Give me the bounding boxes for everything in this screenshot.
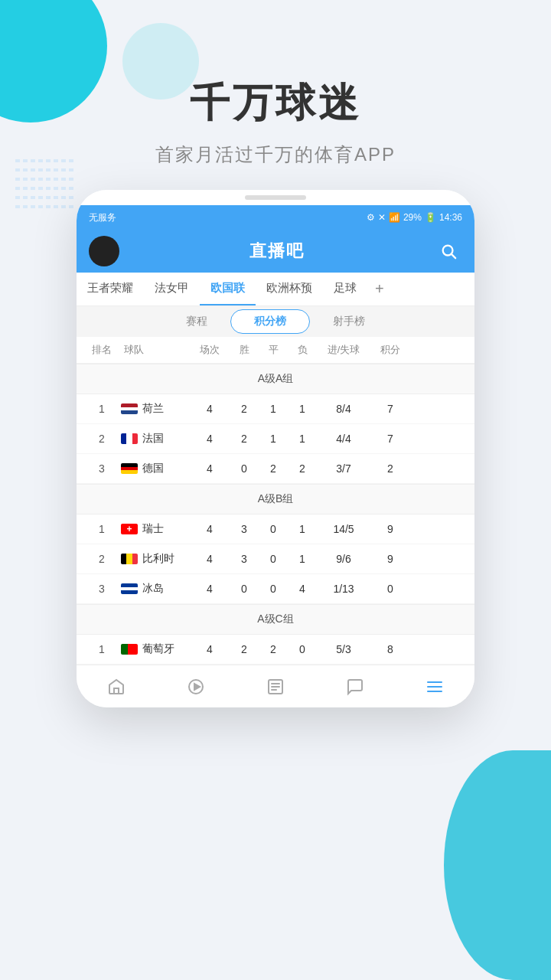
standings-table: 排名 球队 场次 胜 平 负 进/失球 积分 A级A组 1 荷兰 4 2 1 1… <box>77 337 474 665</box>
team-cell: 德国 <box>121 462 190 475</box>
nav-tab-add[interactable]: + <box>367 280 392 298</box>
col-draw: 平 <box>259 343 288 357</box>
hero-subtitle: 首家月活过千万的体育APP <box>0 142 551 167</box>
played: 4 <box>190 433 230 445</box>
app-logo[interactable] <box>89 236 119 266</box>
sub-tab-schedule[interactable]: 赛程 <box>163 310 230 333</box>
gd: 4/4 <box>317 433 370 445</box>
hero-title: 千万球迷 <box>0 77 551 130</box>
phone-notch <box>77 190 474 205</box>
col-rank: 排名 <box>83 343 121 357</box>
status-signal-icon: 📶 <box>389 212 400 223</box>
table-row[interactable]: 1 瑞士 4 3 0 1 14/5 9 <box>77 514 474 544</box>
status-time: 14:36 <box>439 212 462 223</box>
table-row[interactable]: 2 比利时 4 3 0 1 9/6 9 <box>77 544 474 574</box>
flag-is <box>121 583 138 594</box>
gd: 14/5 <box>317 523 370 535</box>
sub-tabs: 赛程 积分榜 射手榜 <box>77 306 474 337</box>
flag-ch <box>121 524 138 534</box>
bottom-nav-news[interactable] <box>253 670 298 704</box>
flag-nl <box>121 403 138 414</box>
gd: 1/13 <box>317 583 370 595</box>
rank: 2 <box>83 433 121 445</box>
status-battery-pct: 29% <box>403 212 422 223</box>
bg-decoration-circle-br <box>444 750 551 980</box>
bottom-nav-chat[interactable] <box>332 670 378 704</box>
team-cell: 冰岛 <box>121 582 190 596</box>
table-row[interactable]: 3 德国 4 0 2 2 3/7 2 <box>77 454 474 484</box>
team-cell: 瑞士 <box>121 522 190 536</box>
phone-frame: 无服务 ⚙ ✕ 📶 29% 🔋 14:36 直播吧 王者荣耀 <box>77 190 474 707</box>
nav-tab-zuqiu[interactable]: 足球 <box>323 273 367 306</box>
flag-fr <box>121 433 138 444</box>
table-row[interactable]: 1 葡萄牙 4 2 2 0 5/3 8 <box>77 635 474 665</box>
group-header-ab: A级B组 <box>77 484 474 514</box>
nav-tab-fanv[interactable]: 法女甲 <box>144 273 200 306</box>
loss: 0 <box>288 643 317 655</box>
rank: 3 <box>83 462 121 475</box>
table-row[interactable]: 3 冰岛 4 0 0 4 1/13 0 <box>77 574 474 604</box>
col-played: 场次 <box>190 343 230 357</box>
status-bar: 无服务 ⚙ ✕ 📶 29% 🔋 14:36 <box>77 205 474 230</box>
col-loss: 负 <box>288 343 317 357</box>
pts: 9 <box>370 523 410 535</box>
draw: 0 <box>259 523 288 535</box>
rank: 1 <box>83 523 121 535</box>
played: 4 <box>190 523 230 535</box>
svg-rect-8 <box>114 688 119 694</box>
team-cell: 荷兰 <box>121 402 190 416</box>
table-row[interactable]: 2 法国 4 2 1 1 4/4 7 <box>77 424 474 454</box>
draw: 0 <box>259 583 288 595</box>
status-right: ⚙ ✕ 📶 29% 🔋 14:36 <box>367 212 462 223</box>
loss: 1 <box>288 523 317 535</box>
played: 4 <box>190 643 230 655</box>
bottom-nav-list[interactable] <box>412 670 458 704</box>
played: 4 <box>190 462 230 475</box>
win: 0 <box>230 462 259 475</box>
nav-tabs: 王者荣耀 法女甲 欧国联 欧洲杯预 足球 + <box>77 273 474 306</box>
table-row[interactable]: 1 荷兰 4 2 1 1 8/4 7 <box>77 394 474 424</box>
pts: 0 <box>370 583 410 595</box>
gd: 9/6 <box>317 553 370 565</box>
win: 2 <box>230 433 259 445</box>
win: 3 <box>230 553 259 565</box>
nav-tab-wangzhe[interactable]: 王者荣耀 <box>77 273 144 306</box>
win: 3 <box>230 523 259 535</box>
app-title: 直播吧 <box>249 240 305 263</box>
draw: 2 <box>259 462 288 475</box>
hero-section: 千万球迷 首家月活过千万的体育APP <box>0 0 551 190</box>
loss: 4 <box>288 583 317 595</box>
loss: 1 <box>288 403 317 415</box>
pts: 8 <box>370 643 410 655</box>
pts: 9 <box>370 553 410 565</box>
team-cell: 比利时 <box>121 552 190 566</box>
bottom-nav-live[interactable] <box>173 670 219 704</box>
search-button[interactable] <box>435 237 462 265</box>
draw: 2 <box>259 643 288 655</box>
team-cell: 法国 <box>121 432 190 446</box>
rank: 2 <box>83 553 121 565</box>
nav-tab-ouzhoubei[interactable]: 欧洲杯预 <box>256 273 323 306</box>
gd: 3/7 <box>317 462 370 475</box>
win: 0 <box>230 583 259 595</box>
col-team: 球队 <box>121 343 190 357</box>
sub-tab-scorers[interactable]: 射手榜 <box>310 310 388 333</box>
nav-tab-ouguo[interactable]: 欧国联 <box>200 273 256 306</box>
draw: 1 <box>259 403 288 415</box>
pts: 7 <box>370 403 410 415</box>
col-gd: 进/失球 <box>317 343 370 357</box>
svg-marker-10 <box>194 684 200 690</box>
draw: 0 <box>259 553 288 565</box>
gd: 5/3 <box>317 643 370 655</box>
team-cell: 葡萄牙 <box>121 642 190 656</box>
phone-notch-bar <box>245 195 306 200</box>
win: 2 <box>230 403 259 415</box>
played: 4 <box>190 583 230 595</box>
bottom-nav-home[interactable] <box>93 670 139 704</box>
rank: 1 <box>83 643 121 655</box>
sub-tab-standings[interactable]: 积分榜 <box>230 309 310 334</box>
win: 2 <box>230 643 259 655</box>
phone-mockup: 无服务 ⚙ ✕ 📶 29% 🔋 14:36 直播吧 王者荣耀 <box>0 190 551 707</box>
group-header-ac: A级C组 <box>77 604 474 635</box>
flag-de <box>121 463 138 474</box>
